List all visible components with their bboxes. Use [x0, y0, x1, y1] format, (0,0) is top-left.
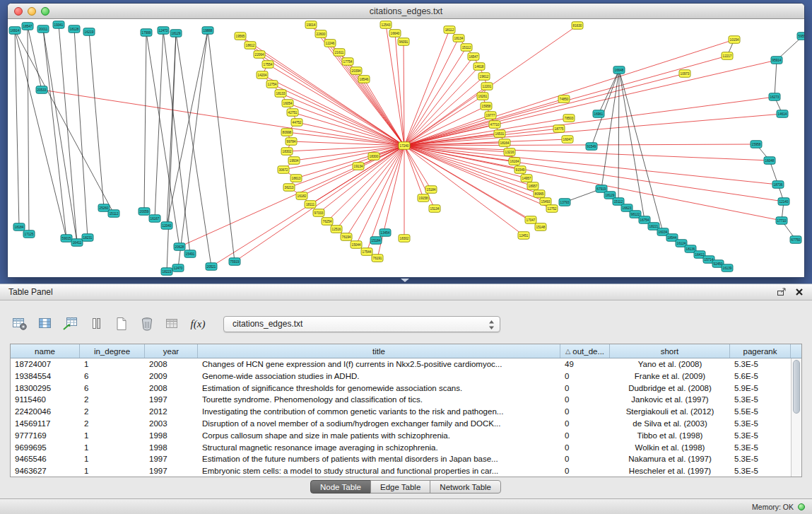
graph-node[interactable]: 16139 [722, 264, 733, 272]
graph-edge[interactable] [404, 146, 782, 221]
graph-node[interactable]: 17754 [342, 58, 353, 66]
graph-node[interactable]: 15491 [184, 250, 196, 258]
graph-node[interactable]: 20059 [139, 208, 150, 216]
graph-node[interactable]: 14618 [473, 63, 485, 71]
graph-node[interactable]: 12473 [158, 27, 169, 35]
graph-node[interactable]: 15044 [351, 241, 362, 249]
graph-node[interactable]: 16261 [477, 93, 488, 100]
new-table-icon[interactable] [112, 314, 131, 334]
graph-node[interactable]: 13216 [504, 148, 515, 156]
network-canvas[interactable]: 1724019565186122206417554142041275418133… [8, 19, 804, 277]
table-row[interactable]: 1456911722003Disruption of a novel membe… [11, 418, 791, 430]
graph-node[interactable]: 16914 [9, 27, 20, 35]
graph-node[interactable]: 18112 [444, 26, 455, 34]
graph-edge[interactable] [15, 30, 114, 214]
graph-node[interactable]: 59015 [61, 235, 72, 243]
graph-edge[interactable] [592, 70, 619, 146]
graph-node[interactable]: 76194 [341, 233, 352, 241]
graph-node[interactable]: 17544 [361, 248, 372, 256]
graph-node[interactable]: 18957 [527, 182, 539, 190]
table-row[interactable]: 1830029562008Estimation of significance … [11, 382, 791, 395]
graph-node[interactable]: 12516 [331, 226, 342, 233]
graph-node[interactable]: 15184 [425, 186, 437, 194]
scrollbar-thumb[interactable] [793, 360, 800, 414]
table-row[interactable]: 2242004622012Investigating the contribut… [11, 406, 791, 418]
graph-node[interactable]: 18302 [399, 235, 410, 243]
graph-edge[interactable] [144, 33, 146, 211]
graph-node[interactable]: 12451 [518, 232, 529, 240]
graph-node[interactable]: 18547 [22, 23, 33, 30]
graph-node[interactable]: 13793 [559, 199, 570, 206]
graph-node[interactable]: 42751 [287, 109, 298, 117]
graph-node[interactable]: 12140 [778, 198, 789, 206]
graph-node[interactable]: 19341 [53, 21, 64, 29]
graph-node[interactable]: 16531 [494, 130, 505, 138]
table-row[interactable]: 946554611997Estimation of the future num… [11, 453, 791, 465]
graph-node[interactable]: 18164 [499, 139, 510, 147]
network-file-select[interactable]: citations_edges.txt [223, 316, 500, 332]
graph-node[interactable]: 14614 [777, 110, 788, 118]
column-header-year[interactable]: year [145, 344, 198, 358]
graph-node[interactable]: 14957 [521, 175, 532, 182]
graph-edge[interactable] [15, 30, 66, 238]
graph-edge[interactable] [167, 33, 176, 271]
graph-node[interactable]: 18612 [245, 42, 256, 49]
graph-edge[interactable] [404, 40, 734, 146]
table-settings-icon[interactable] [10, 314, 30, 334]
table-row[interactable]: 911546021997Tourette syndrome. Phenomeno… [11, 394, 791, 406]
graph-node[interactable]: 10154 [729, 36, 740, 44]
graph-node[interactable]: 16182 [296, 192, 307, 200]
table-row[interactable]: 1872400712008Changes of HCN gene express… [11, 358, 791, 370]
graph-edge[interactable] [618, 70, 619, 201]
graph-node[interactable]: 16167 [149, 215, 160, 223]
network-window-titlebar[interactable]: citations_edges.txt [8, 4, 804, 19]
table-row[interactable]: 977716911998Corpus callosum shape and si… [11, 430, 791, 442]
graph-node[interactable]: 81630 [572, 22, 583, 30]
graph-node[interactable]: 19134 [353, 163, 364, 170]
graph-node[interactable]: 18128 [69, 25, 80, 33]
graph-node[interactable]: 19014 [305, 21, 317, 29]
graph-edge[interactable] [404, 146, 784, 201]
graph-node[interactable]: 76191 [372, 255, 383, 262]
graph-node[interactable]: 14204 [257, 71, 268, 79]
graph-node[interactable]: 95914 [771, 57, 782, 64]
graph-edge[interactable] [178, 30, 208, 268]
graph-node[interactable]: 16047 [562, 136, 573, 144]
graph-edge[interactable] [330, 43, 404, 146]
function-builder-icon[interactable]: f(x) [188, 314, 208, 334]
graph-node[interactable]: 18736 [772, 181, 784, 189]
graph-node[interactable]: 18129 [170, 30, 182, 37]
graph-node[interactable]: 20521 [206, 263, 217, 271]
graph-node[interactable]: 18775 [553, 125, 565, 133]
graph-node[interactable]: 96091 [398, 38, 409, 46]
graph-edge[interactable] [404, 30, 449, 146]
graph-node[interactable]: 36213 [283, 184, 295, 192]
graph-node[interactable]: 59558 [797, 33, 804, 40]
graph-node[interactable]: 18111 [305, 201, 316, 209]
table-scrollbar[interactable] [791, 358, 801, 477]
graph-node[interactable]: 22064 [254, 51, 265, 59]
graph-node[interactable]: 10973 [679, 70, 690, 78]
graph-node[interactable]: 16164 [509, 158, 520, 165]
graph-edge[interactable] [167, 33, 176, 226]
column-header-out_degree[interactable]: △out_de... [560, 344, 610, 358]
graph-edge[interactable] [775, 60, 777, 97]
graph-node[interactable]: 21611 [334, 49, 345, 57]
graph-node[interactable]: 74850 [558, 95, 570, 103]
graph-node[interactable]: 20011 [37, 25, 49, 33]
graph-node[interactable]: 12543 [380, 21, 392, 29]
graph-node[interactable]: 17240 [399, 142, 410, 150]
graph-edge[interactable] [319, 146, 404, 213]
graph-node[interactable]: 19777 [485, 112, 496, 119]
graph-node[interactable]: 30672 [278, 166, 289, 174]
graph-node[interactable]: 15112 [461, 44, 472, 52]
table-row[interactable]: 946362711997Embryonic stem cells: a mode… [11, 465, 791, 477]
graph-node[interactable]: 20394 [351, 67, 362, 75]
graph-node[interactable]: 15184 [370, 237, 382, 245]
show-columns-icon[interactable] [35, 314, 55, 334]
graph-node[interactable]: 47710 [489, 121, 500, 129]
graph-node[interactable]: 19612 [478, 73, 490, 81]
graph-edge[interactable] [395, 33, 404, 146]
graph-edge[interactable] [155, 30, 163, 218]
close-panel-icon[interactable] [795, 288, 804, 296]
